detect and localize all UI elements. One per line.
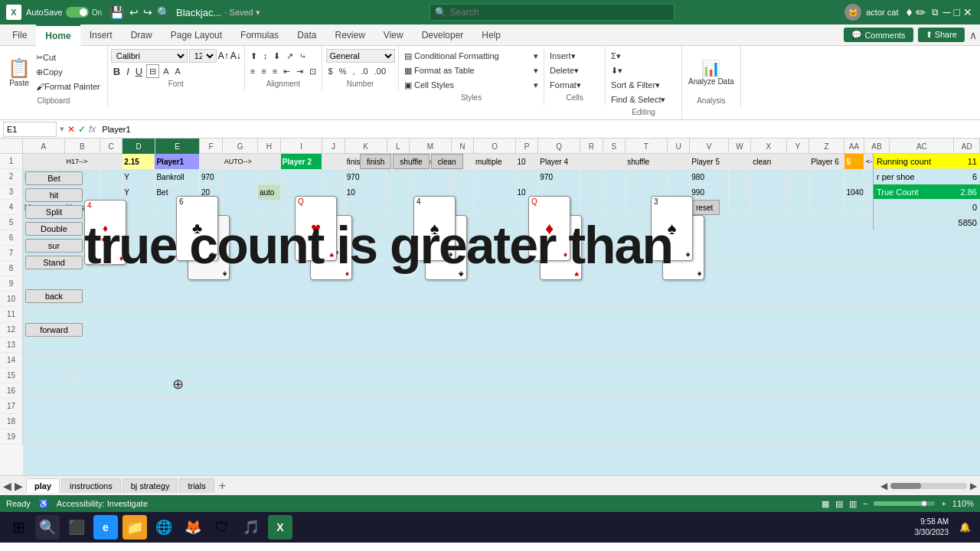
tab-view[interactable]: View bbox=[374, 25, 413, 45]
cell-H3[interactable]: auto bbox=[258, 184, 281, 200]
col-header-AC[interactable]: AC bbox=[890, 139, 954, 154]
cell-H1[interactable] bbox=[258, 154, 281, 169]
cell-T2[interactable] bbox=[626, 169, 667, 184]
cell-H2[interactable] bbox=[258, 169, 281, 184]
row-num-17[interactable]: 17 bbox=[0, 399, 23, 414]
reset-button[interactable]: reset bbox=[689, 200, 720, 215]
number-format-select[interactable]: General bbox=[326, 49, 395, 63]
col-header-G[interactable]: G bbox=[223, 139, 258, 154]
row-num-14[interactable]: 14 bbox=[0, 353, 23, 368]
redo-btn[interactable]: ↪ bbox=[142, 6, 154, 18]
minimize-icon[interactable]: ─ bbox=[943, 6, 951, 18]
sort-filter-button[interactable]: Sort & Filter▾ bbox=[609, 78, 678, 92]
ribbon-collapse-icon[interactable]: ∧ bbox=[969, 29, 977, 41]
cell-A1[interactable] bbox=[23, 154, 64, 169]
fill-button[interactable]: ⬇▾ bbox=[609, 64, 678, 77]
row-num-7[interactable]: 7 bbox=[0, 246, 23, 261]
cell-AA3[interactable]: 1040 bbox=[844, 184, 864, 200]
col-header-T[interactable]: T bbox=[626, 139, 668, 154]
windows-start-button[interactable]: ⊞ bbox=[6, 515, 31, 540]
zoom-slider[interactable] bbox=[874, 501, 935, 506]
cell-K3[interactable]: 10 bbox=[345, 184, 387, 200]
zoom-in-icon[interactable]: + bbox=[941, 499, 946, 508]
tab-home[interactable]: Home bbox=[36, 24, 80, 46]
analyze-data-button[interactable]: 📊 Analyze Data bbox=[685, 49, 737, 95]
cell-O3[interactable] bbox=[474, 184, 515, 200]
row-num-10[interactable]: 10 bbox=[0, 292, 23, 307]
cell-U1[interactable] bbox=[668, 154, 691, 169]
cell-O1[interactable]: multiple bbox=[474, 154, 515, 169]
sheet-tab-instructions[interactable]: instructions bbox=[61, 478, 121, 493]
share-button[interactable]: ⬆ Share bbox=[918, 28, 965, 42]
cell-styles-button[interactable]: ▣ Cell Styles ▾ bbox=[402, 78, 541, 92]
tab-file[interactable]: File bbox=[3, 25, 36, 45]
cell-W2[interactable] bbox=[729, 169, 752, 184]
cancel-formula-icon[interactable]: ✕ bbox=[67, 124, 75, 135]
col-header-Y[interactable]: Y bbox=[787, 139, 810, 154]
pen-icon[interactable]: ✏ bbox=[916, 5, 926, 20]
zoom-out-icon[interactable]: − bbox=[863, 499, 867, 508]
col-header-Z[interactable]: Z bbox=[809, 139, 844, 154]
cell-S4[interactable] bbox=[603, 200, 626, 215]
cell-P1[interactable]: 10 bbox=[516, 154, 539, 169]
col-header-O[interactable]: O bbox=[474, 139, 516, 154]
cell-X4[interactable] bbox=[751, 200, 786, 215]
col-header-B[interactable]: B bbox=[65, 139, 100, 154]
col-header-V[interactable]: V bbox=[690, 139, 728, 154]
hit-button[interactable]: hit bbox=[25, 188, 83, 202]
delete-button[interactable]: Delete▾ bbox=[547, 64, 602, 77]
add-sheet-button[interactable]: + bbox=[219, 479, 226, 493]
row-num-11[interactable]: 11 bbox=[0, 307, 23, 322]
cell-G4[interactable] bbox=[223, 200, 258, 215]
tab-developer[interactable]: Developer bbox=[413, 25, 473, 45]
cell-W4[interactable] bbox=[729, 200, 752, 215]
cell-T1[interactable]: shuffle bbox=[626, 154, 667, 169]
format-as-table-button[interactable]: ▦ Format as Table ▾ bbox=[402, 64, 541, 77]
shuffle-button[interactable]: shuffle bbox=[393, 154, 429, 169]
cell-X3[interactable] bbox=[751, 184, 786, 200]
diamond-icon[interactable]: ♦ bbox=[906, 5, 912, 19]
cell-G1[interactable]: AUTO--> bbox=[223, 154, 258, 169]
search-toolbar-icon[interactable]: 🔍 bbox=[155, 6, 172, 18]
cell-W3[interactable] bbox=[729, 184, 752, 200]
taskbar-vpn-icon[interactable]: 🛡 bbox=[210, 515, 234, 540]
font-family-select[interactable]: Calibri bbox=[111, 49, 188, 63]
cell-D3[interactable]: Y bbox=[122, 184, 155, 200]
scroll-right-icon[interactable]: ▶ bbox=[970, 481, 977, 491]
cell-G2[interactable] bbox=[223, 169, 258, 184]
col-header-L[interactable]: L bbox=[387, 139, 410, 154]
cell-V1[interactable]: Player 5 bbox=[690, 154, 728, 169]
cell-AA4[interactable] bbox=[844, 200, 864, 215]
taskbar-edge-icon[interactable]: e bbox=[93, 515, 118, 540]
cell-C3[interactable] bbox=[100, 184, 123, 200]
wrap-text-button[interactable]: ⤷ bbox=[297, 49, 309, 63]
taskbar-folder-icon[interactable]: 📁 bbox=[122, 515, 147, 540]
scroll-left-icon[interactable]: ◀ bbox=[880, 481, 887, 491]
align-left-button[interactable]: ≡ bbox=[248, 64, 257, 78]
confirm-formula-icon[interactable]: ✓ bbox=[78, 124, 86, 135]
taskbar-task-view-icon[interactable]: ⬛ bbox=[64, 515, 89, 540]
font-color-button[interactable]: A bbox=[173, 64, 183, 78]
cell-Y3[interactable] bbox=[787, 184, 810, 200]
search-input[interactable] bbox=[449, 7, 669, 18]
find-select-button[interactable]: Find & Select▾ bbox=[609, 93, 678, 106]
autosum-button[interactable]: Σ▾ bbox=[609, 49, 678, 63]
col-header-A[interactable]: A bbox=[23, 139, 65, 154]
autosave-toggle[interactable] bbox=[66, 7, 89, 18]
tab-help[interactable]: Help bbox=[472, 25, 510, 45]
col-header-J[interactable]: J bbox=[322, 139, 345, 154]
col-header-C[interactable]: C bbox=[100, 139, 123, 154]
bet-button[interactable]: Bet bbox=[25, 171, 83, 185]
cell-D2[interactable]: Y bbox=[122, 169, 155, 184]
cell-B1[interactable]: H17--> bbox=[64, 154, 100, 169]
cell-W1[interactable] bbox=[729, 154, 752, 169]
col-header-Q[interactable]: Q bbox=[538, 139, 580, 154]
align-top-button[interactable]: ⬆ bbox=[248, 49, 260, 63]
cell-R3[interactable] bbox=[580, 184, 603, 200]
back-button[interactable]: back bbox=[25, 289, 83, 303]
cell-K2[interactable]: 970 bbox=[345, 169, 387, 184]
tab-data[interactable]: Data bbox=[288, 25, 325, 45]
horizontal-scrollbar[interactable] bbox=[890, 483, 967, 489]
comments-button[interactable]: 💬 Comments bbox=[844, 28, 913, 42]
col-header-I[interactable]: I bbox=[281, 139, 323, 154]
